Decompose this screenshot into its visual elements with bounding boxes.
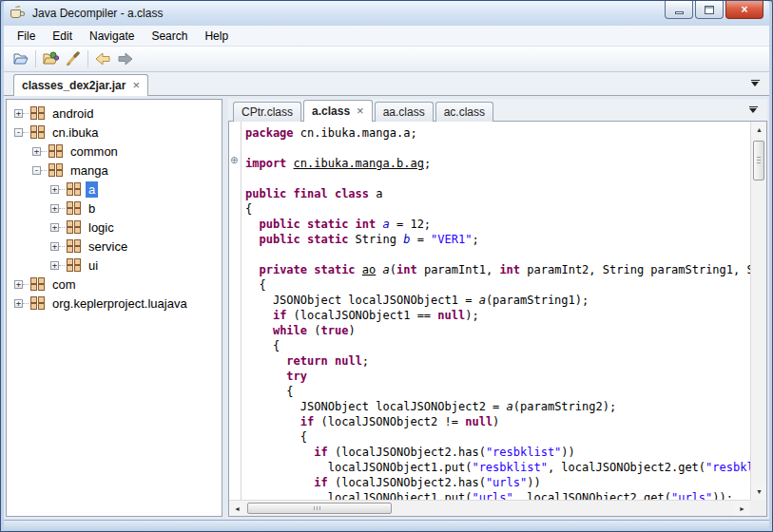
- tree-connector: [23, 113, 29, 114]
- menu-item-edit[interactable]: Edit: [44, 28, 81, 45]
- h-scroll-thumb[interactable]: [247, 503, 392, 514]
- tree-item-cn-ibuka[interactable]: -cn.ibuka: [7, 123, 222, 142]
- jar-tab-close-icon[interactable]: ×: [132, 81, 140, 90]
- tree-item-b[interactable]: +b: [7, 199, 222, 218]
- tree-item-label: a: [86, 181, 98, 198]
- v-scrollbar[interactable]: ▲ ▼: [750, 122, 766, 500]
- jar-tab[interactable]: classes_dex2jar.jar ×: [13, 74, 148, 96]
- dropdown-icon: [749, 108, 757, 113]
- search-brush-icon: [65, 51, 82, 66]
- editor-tab-a-class[interactable]: a.class×: [303, 100, 373, 122]
- package-icon: [67, 239, 81, 253]
- editor-tab-label: ac.class: [444, 105, 485, 119]
- code-line: public final class a: [245, 186, 750, 201]
- tree-expand-toggle[interactable]: +: [14, 109, 23, 118]
- tree-expand-toggle[interactable]: +: [14, 299, 23, 308]
- open-file-button[interactable]: [10, 48, 32, 69]
- tree-item-com[interactable]: +com: [7, 275, 222, 294]
- scroll-down-button[interactable]: ▼: [751, 484, 767, 500]
- editor-tab-close-icon[interactable]: ×: [357, 106, 364, 116]
- package-icon: [30, 296, 45, 310]
- tree-item-logic[interactable]: +logic: [7, 218, 222, 237]
- h-scrollbar[interactable]: ◄ ►: [229, 500, 750, 516]
- package-icon: [67, 201, 81, 215]
- editor-tab-ac-class[interactable]: ac.class: [435, 102, 493, 122]
- tree-item-android[interactable]: +android: [7, 104, 222, 123]
- tree-item-manga[interactable]: -manga: [7, 161, 222, 180]
- package-icon: [30, 125, 45, 139]
- menu-item-file[interactable]: File: [9, 28, 44, 45]
- menu-item-navigate[interactable]: Navigate: [81, 28, 143, 45]
- tree-item-label: logic: [86, 219, 117, 236]
- code-line: {: [245, 338, 750, 353]
- tree-item-label: b: [86, 200, 98, 217]
- tree-connector: [23, 284, 29, 285]
- toolbar-separator: [87, 50, 88, 67]
- minimize-icon: [675, 11, 684, 14]
- scrollbar-corner: [750, 500, 766, 516]
- window-title: Java Decompiler - a.class: [32, 7, 163, 20]
- code-line: if (localJSONObject1 == null);: [245, 308, 750, 323]
- package-icon: [67, 220, 81, 234]
- tree-item-label: manga: [68, 162, 111, 179]
- tree-collapse-toggle[interactable]: -: [32, 166, 41, 175]
- editor-tab-cptr-class[interactable]: CPtr.class: [233, 102, 301, 122]
- editor-tab-aa-class[interactable]: aa.class: [375, 102, 434, 122]
- jar-tab-bar: classes_dex2jar.jar ×: [4, 72, 769, 96]
- tree-item-org-keplerproject-luajava[interactable]: +org.keplerproject.luajava: [7, 294, 222, 313]
- status-bar: [4, 520, 769, 531]
- dropdown-icon: [751, 80, 760, 81]
- editor-tab-list-dropdown[interactable]: [746, 104, 760, 116]
- fold-expand-icon[interactable]: ⊕: [230, 156, 238, 165]
- tree-collapse-toggle[interactable]: -: [14, 128, 23, 137]
- package-icon: [30, 277, 45, 291]
- back-button[interactable]: [91, 48, 114, 69]
- scroll-up-button[interactable]: ▲: [751, 122, 767, 138]
- package-tree: +android-cn.ibuka+common-manga+a+b+logic…: [6, 99, 222, 517]
- tree-expand-toggle[interactable]: +: [50, 242, 59, 251]
- close-icon: ×: [741, 3, 747, 16]
- scroll-left-button[interactable]: ◄: [229, 501, 245, 517]
- scroll-right-button[interactable]: ►: [734, 501, 750, 517]
- minimize-button[interactable]: [665, 1, 693, 19]
- toolbar: [4, 47, 769, 72]
- tree-item-a[interactable]: +a: [7, 180, 222, 199]
- code-line: if (localJSONObject2.has("resbklist")): [245, 445, 750, 460]
- jar-tab-list-dropdown[interactable]: [748, 78, 762, 89]
- tree-expand-toggle[interactable]: +: [32, 147, 41, 156]
- close-button[interactable]: ×: [725, 1, 763, 19]
- tree-item-common[interactable]: +common: [7, 142, 222, 161]
- code-line: {: [245, 277, 750, 293]
- tree-expand-toggle[interactable]: +: [50, 204, 59, 213]
- code-line: while (true): [245, 323, 750, 338]
- toolbar-separator: [35, 50, 36, 67]
- tree-item-ui[interactable]: +ui: [7, 256, 222, 275]
- code-line: JSONObject localJSONObject1 = a(paramStr…: [245, 293, 750, 308]
- tree-connector: [59, 246, 65, 247]
- menu-item-search[interactable]: Search: [143, 28, 196, 45]
- tree-connector: [23, 132, 29, 133]
- forward-button[interactable]: [114, 48, 137, 69]
- tree-item-label: cn.ibuka: [49, 124, 101, 141]
- menu-item-help[interactable]: Help: [196, 28, 237, 45]
- code-line: return null;: [245, 353, 750, 369]
- maximize-icon: [705, 6, 714, 14]
- code-line: try: [245, 369, 750, 384]
- main-content: +android-cn.ibuka+common-manga+a+b+logic…: [4, 96, 769, 520]
- app-icon: [10, 6, 27, 21]
- tree-expand-toggle[interactable]: +: [14, 280, 23, 289]
- jar-tab-label: classes_dex2jar.jar: [22, 79, 126, 92]
- tree-item-service[interactable]: +service: [7, 237, 222, 256]
- v-scroll-thumb[interactable]: [753, 141, 764, 180]
- tree-connector: [59, 208, 65, 209]
- menu-bar: FileEditNavigateSearchHelp: [4, 26, 769, 47]
- tree-expand-toggle[interactable]: +: [50, 185, 59, 194]
- tree-item-label: org.keplerproject.luajava: [49, 295, 190, 312]
- tree-expand-toggle[interactable]: +: [50, 261, 59, 270]
- code-line: localJSONObject1.put("resbklist", localJ…: [245, 460, 750, 475]
- tree-expand-toggle[interactable]: +: [50, 223, 59, 232]
- open-type-button[interactable]: [39, 48, 62, 69]
- maximize-button[interactable]: [695, 1, 724, 19]
- tree-item-label: service: [86, 238, 130, 255]
- search-button[interactable]: [62, 48, 85, 69]
